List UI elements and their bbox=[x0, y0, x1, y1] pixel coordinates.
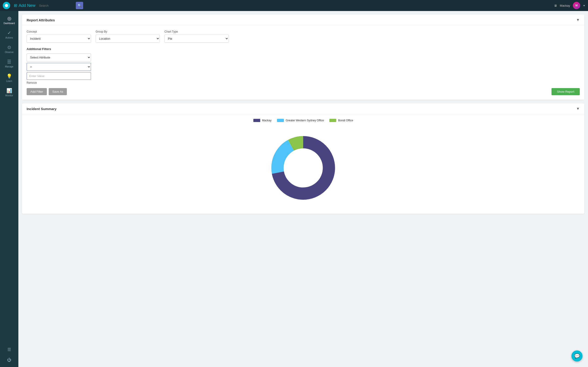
sidebar-item-monitor[interactable]: 📊 Monitor bbox=[0, 85, 18, 100]
show-report-button[interactable]: Show Report bbox=[552, 88, 580, 95]
group-by-label: Group By bbox=[95, 30, 160, 33]
chat-bubble[interactable]: 💬 bbox=[571, 350, 582, 361]
app-logo bbox=[3, 2, 10, 9]
report-attributes-card: Report Attributes ▼ Concept Incident Haz… bbox=[22, 15, 584, 100]
form-row-main: Concept Incident Hazard Risk Action Grou… bbox=[27, 30, 580, 43]
manage-icon: ☰ bbox=[7, 59, 11, 65]
chart-type-group: Chart Type Pie Bar Line Table bbox=[164, 30, 229, 43]
topnav: ⊞ Add New 🔍 🖥 Mackay M ▼ bbox=[0, 0, 588, 11]
donut-chart bbox=[267, 131, 340, 205]
topnav-right: 🖥 Mackay M ▼ bbox=[554, 2, 585, 9]
incident-summary-card: Incident Summary ▼ Mackay Greater Wester… bbox=[22, 103, 584, 214]
learn-icon: 💡 bbox=[6, 73, 12, 79]
chart-container bbox=[27, 127, 580, 209]
sidebar-label-dashboard: Dashboard bbox=[4, 22, 15, 25]
legend-label-gws: Greater Western Sydney Office bbox=[286, 119, 324, 122]
main-content: Report Attributes ▼ Concept Incident Haz… bbox=[18, 11, 588, 367]
observe-icon: ⊙ bbox=[7, 44, 11, 50]
concept-label: Concept bbox=[27, 30, 91, 33]
sidebar-item-manage[interactable]: ☰ Manage bbox=[0, 56, 18, 71]
legend-label-bondi: Bondi Office bbox=[338, 119, 353, 122]
search-icon: 🔍 bbox=[78, 4, 82, 7]
sidebar-menu-icon[interactable]: ☰ bbox=[0, 344, 18, 355]
legend-color-bondi bbox=[329, 119, 336, 122]
search-wrap: 🔍 bbox=[39, 2, 83, 9]
legend-color-gws bbox=[277, 119, 284, 122]
add-new-button[interactable]: ⊞ Add New bbox=[14, 3, 35, 8]
legend-item-mackay: Mackay bbox=[253, 119, 271, 122]
legend-item-gws: Greater Western Sydney Office bbox=[277, 119, 324, 122]
group-by-group: Group By Location Department Type Status bbox=[95, 30, 160, 43]
filter-value-input[interactable] bbox=[27, 72, 91, 80]
add-new-label: Add New bbox=[19, 3, 35, 8]
user-initials: M bbox=[575, 4, 578, 7]
sidebar-item-dashboard[interactable]: ◎ Dashboard bbox=[0, 13, 18, 27]
sidebar-label-monitor: Monitor bbox=[5, 94, 13, 97]
concept-select[interactable]: Incident Hazard Risk Action bbox=[27, 35, 91, 43]
sidebar-item-observe[interactable]: ⊙ Observe bbox=[0, 42, 18, 56]
additional-filters-section: Additional Filters Select Attribute > < … bbox=[27, 47, 580, 84]
user-dropdown-arrow[interactable]: ▼ bbox=[583, 4, 585, 7]
sidebar-item-actions[interactable]: ✓ Actions bbox=[0, 27, 18, 42]
report-attributes-toggle[interactable]: ▼ bbox=[576, 18, 580, 22]
sidebar-label-learn: Learn bbox=[6, 80, 12, 82]
button-row-left: Add Filter Save As bbox=[27, 88, 67, 95]
add-icon: ⊞ bbox=[14, 3, 17, 8]
sidebar-bottom: ☰ ⏻ bbox=[0, 344, 18, 365]
dashboard-icon: ◎ bbox=[7, 16, 11, 21]
button-row: Add Filter Save As Show Report bbox=[27, 88, 580, 95]
group-by-select[interactable]: Location Department Type Status bbox=[95, 35, 160, 43]
chat-icon: 💬 bbox=[574, 353, 580, 359]
incident-summary-title: Incident Summary bbox=[27, 107, 57, 111]
incident-summary-toggle[interactable]: ▼ bbox=[576, 107, 580, 111]
monitor-icon: 🖥 bbox=[554, 4, 557, 7]
report-attributes-body: Concept Incident Hazard Risk Action Grou… bbox=[22, 25, 584, 100]
actions-icon: ✓ bbox=[7, 30, 11, 35]
incident-summary-header: Incident Summary ▼ bbox=[22, 103, 584, 114]
donut-hole bbox=[284, 149, 322, 187]
additional-filters-title: Additional Filters bbox=[27, 47, 580, 51]
user-avatar[interactable]: M bbox=[573, 2, 580, 9]
search-button[interactable]: 🔍 bbox=[76, 2, 83, 9]
monitor-icon: 📊 bbox=[6, 88, 12, 93]
main-layout: ◎ Dashboard ✓ Actions ⊙ Observe ☰ Manage… bbox=[0, 11, 588, 367]
sidebar-label-observe: Observe bbox=[5, 51, 14, 53]
save-as-button[interactable]: Save As bbox=[49, 88, 67, 95]
legend-label-mackay: Mackay bbox=[262, 119, 271, 122]
sidebar-label-actions: Actions bbox=[6, 36, 13, 39]
filter-row: Select Attribute > < = >= <= != Remove bbox=[27, 53, 91, 84]
report-attributes-header: Report Attributes ▼ bbox=[22, 15, 584, 25]
search-input[interactable] bbox=[39, 4, 76, 7]
operator-select[interactable]: > < = >= <= != bbox=[27, 63, 91, 71]
chart-type-label: Chart Type bbox=[164, 30, 229, 33]
select-attribute-select[interactable]: Select Attribute bbox=[27, 53, 91, 61]
sidebar-item-learn[interactable]: 💡 Learn bbox=[0, 71, 18, 85]
user-name: Mackay bbox=[560, 4, 570, 7]
sidebar-label-manage: Manage bbox=[5, 65, 13, 68]
chart-legend: Mackay Greater Western Sydney Office Bon… bbox=[27, 119, 580, 122]
chart-type-select[interactable]: Pie Bar Line Table bbox=[164, 35, 229, 43]
sidebar-power-icon[interactable]: ⏻ bbox=[0, 355, 18, 365]
legend-color-mackay bbox=[253, 119, 260, 122]
remove-filter-link[interactable]: Remove bbox=[27, 81, 91, 84]
legend-item-bondi: Bondi Office bbox=[329, 119, 353, 122]
sidebar: ◎ Dashboard ✓ Actions ⊙ Observe ☰ Manage… bbox=[0, 11, 18, 367]
report-attributes-title: Report Attributes bbox=[27, 18, 55, 22]
incident-summary-body: Mackay Greater Western Sydney Office Bon… bbox=[22, 114, 584, 214]
add-filter-button[interactable]: Add Filter bbox=[27, 88, 47, 95]
concept-group: Concept Incident Hazard Risk Action bbox=[27, 30, 91, 43]
